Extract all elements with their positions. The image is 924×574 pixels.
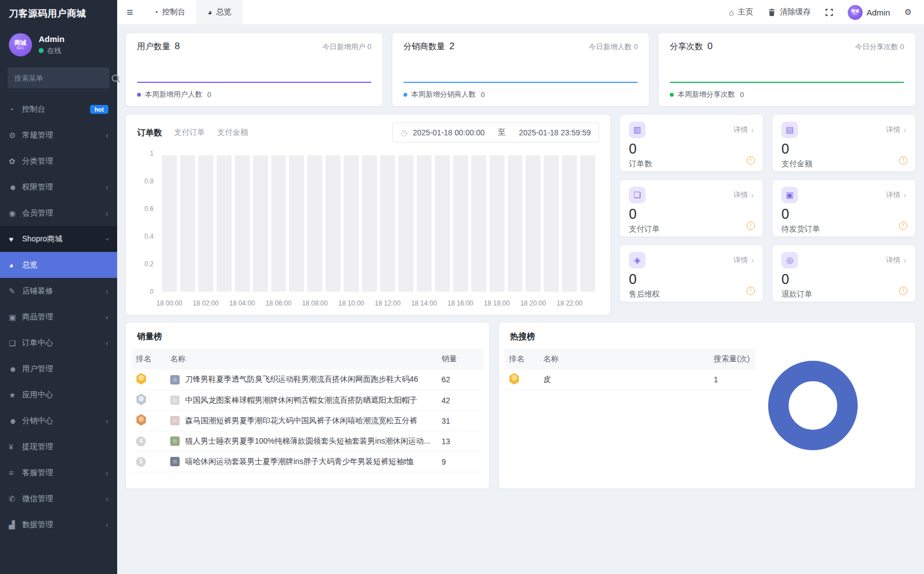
tab-总览[interactable]: ◕总览 (196, 0, 242, 24)
sidebar-item-提现管理[interactable]: ¥提现管理 (0, 434, 117, 460)
sidebar-item-用户管理[interactable]: ☻用户管理 (0, 356, 117, 382)
info-icon[interactable]: ! (747, 156, 755, 165)
chart-tab-支付订单[interactable]: 支付订单 (174, 128, 205, 138)
sidebar-item-商品管理[interactable]: ▣商品管理‹ (0, 304, 117, 330)
detail-link[interactable]: 详情› (733, 255, 754, 265)
value-cell: 1 (709, 370, 755, 390)
chart-icon: ▟ (9, 520, 22, 529)
table-row[interactable]: 皮1 (505, 370, 756, 390)
date-separator: 至 (490, 128, 513, 138)
mini-card-top: ▥详情› (629, 122, 754, 138)
sidebar-item-label: 权限管理 (22, 182, 106, 192)
sidebar-item-订单中心[interactable]: ❏订单中心‹ (0, 330, 117, 356)
y-tick-label: 0.6 (144, 205, 154, 213)
shop-icon: ♥ (9, 235, 22, 244)
sidebar-item-店铺装修[interactable]: ✎店铺装修‹ (0, 278, 117, 304)
star-icon: ★ (9, 391, 22, 399)
admin-name: Admin (867, 8, 890, 17)
sidebar-item-客服管理[interactable]: ≡客服管理‹ (0, 460, 117, 486)
table-row[interactable]: 刀锋男鞋夏季透气防臭飞织运动鞋男潮流百搭休闲网面跑步鞋大码4662 (132, 370, 484, 390)
chevron-down-icon: ‹ (103, 238, 112, 240)
account-menu[interactable]: 商城 B2C Admin (848, 5, 890, 20)
sidebar-item-权限管理[interactable]: ☻权限管理‹ (0, 174, 117, 200)
hot-badge: hot (90, 105, 108, 114)
trash-icon (768, 8, 776, 17)
search-input[interactable] (14, 74, 112, 82)
bottom-row: 销量榜 排名名称销量刀锋男鞋夏季透气防臭飞织运动鞋男潮流百搭休闲网面跑步鞋大码4… (126, 323, 915, 488)
sidebar-item-常规管理[interactable]: ⚙常规管理‹ (0, 122, 117, 148)
sidebar-item-微信管理[interactable]: ✆微信管理‹ (0, 486, 117, 512)
table-row[interactable]: 森马国潮短裤男夏季潮印花大码中国风裤子休闲嘻哈潮流宽松五分裤31 (132, 410, 484, 431)
refund-icon: ◎ (781, 252, 798, 268)
hot-search-title: 热搜榜 (505, 330, 910, 349)
sidebar-search (8, 67, 109, 88)
mini-card-支付金额: ▤详情›0支付金额! (773, 115, 915, 171)
orders-chart-card: 订单数支付订单支付金额 ◷ 2025-01-18 00:00:00 至 2025… (126, 115, 610, 315)
chevron-left-icon: ‹ (106, 520, 108, 529)
table-row[interactable]: 4猫人男士睡衣男夏季100%纯棉薄款圆领套头短袖套装男ins潮休闲运动...13 (132, 431, 484, 451)
main-area: ≡ ◔控制台◕总览 ⌂ 主页 清除缓存 商城 B2C (117, 0, 924, 574)
detail-link[interactable]: 详情› (733, 190, 754, 200)
mini-card-label: 退款订单 (781, 289, 906, 299)
fullscreen-button[interactable] (825, 8, 833, 17)
sidebar-item-分销中心[interactable]: ☻分销中心‹ (0, 408, 117, 434)
sidebar-item-Shopro商城[interactable]: ♥Shopro商城‹ (0, 226, 117, 252)
sidebar-user-block[interactable]: 商城 B2C Admin 在线 (0, 27, 117, 62)
date-start-value[interactable]: 2025-01-18 00:00:00 (413, 128, 485, 137)
info-icon[interactable]: ! (747, 222, 755, 230)
info-icon[interactable]: ! (899, 156, 907, 165)
info-icon[interactable]: ! (747, 287, 755, 295)
sidebar-item-控制台[interactable]: ◔控制台hot (0, 96, 117, 122)
sidebar-item-总览[interactable]: ◕总览 (0, 252, 117, 278)
legend-dot-icon (403, 93, 407, 97)
sidebar-item-会员管理[interactable]: ◉会员管理‹ (0, 200, 117, 226)
mini-card-售后维权: ◈详情›0售后维权! (620, 245, 763, 302)
mini-card-top: ▤详情› (781, 122, 906, 138)
table-row[interactable]: 中国风龙图案棒球帽男潮牌休闲鸭舌帽女潮流百搭防晒遮阳太阳帽子42 (132, 390, 484, 410)
sidebar-item-分类管理[interactable]: ✿分类管理 (0, 148, 117, 174)
chart-tab-支付金额[interactable]: 支付金额 (217, 128, 248, 138)
user-circle-icon: ◉ (9, 209, 22, 218)
table-row[interactable]: 5嘻哈休闲运动套装男士夏季潮牌ins胖子大码青少年男装短裤短袖t恤9 (132, 451, 484, 472)
clock-icon: ◷ (401, 128, 407, 137)
date-range-picker[interactable]: ◷ 2025-01-18 00:00:00 至 2025-01-18 23:59… (392, 123, 599, 143)
x-tick-label: 18 14:00 (411, 299, 437, 307)
settings-button[interactable]: ⚙ (905, 7, 912, 17)
package-icon: ▣ (781, 187, 798, 203)
mini-card-top: ◈详情› (629, 252, 754, 268)
detail-link[interactable]: 详情› (886, 125, 906, 135)
info-icon[interactable]: ! (899, 222, 907, 230)
home-button[interactable]: ⌂ 主页 (729, 7, 753, 17)
bar-18 02:00 (198, 155, 213, 292)
column-header: 搜索量(次) (709, 349, 755, 370)
date-end-value[interactable]: 2025-01-18 23:59:59 (519, 128, 591, 137)
sidebar-item-应用中心[interactable]: ★应用中心 (0, 382, 117, 408)
chart-tab-订单数[interactable]: 订单数 (137, 128, 162, 138)
clear-cache-button[interactable]: 清除缓存 (768, 7, 811, 17)
menu-toggle-icon[interactable]: ≡ (117, 0, 143, 24)
tab-控制台[interactable]: ◔控制台 (143, 0, 196, 24)
mini-card-value: 0 (781, 142, 906, 156)
product-name: 刀锋男鞋夏季透气防臭飞织运动鞋男潮流百搭休闲网面跑步鞋大码46 (185, 375, 418, 385)
stat-title: 用户数量 (137, 41, 170, 52)
detail-link[interactable]: 详情› (886, 190, 906, 200)
stat-value: 8 (175, 41, 180, 52)
chevron-left-icon: ‹ (106, 468, 108, 477)
detail-link[interactable]: 详情› (886, 255, 906, 265)
list-icon: ≡ (9, 468, 22, 477)
detail-link[interactable]: 详情› (733, 125, 754, 135)
pie-icon: ◕ (9, 261, 22, 270)
stat-week: 本周新增分享次数0 (670, 89, 904, 99)
yen-icon: ¥ (9, 443, 22, 451)
bar-18 06:00 (271, 155, 286, 292)
sidebar: 刀客源码用户商城 商城 B2C Admin 在线 ◔控制台hot⚙常规管理‹✿分… (0, 0, 117, 574)
info-icon[interactable]: ! (899, 287, 907, 295)
orders-bar-chart: 10.80.60.40.20 18 00:0018 02:0018 04:001… (140, 154, 599, 307)
online-dot-icon (39, 48, 44, 53)
search-icon[interactable] (112, 75, 119, 82)
product-name-cell: 中国风龙图案棒球帽男潮牌休闲鸭舌帽女潮流百搭防晒遮阳太阳帽子 (170, 396, 433, 406)
sidebar-item-label: 订单中心 (22, 338, 106, 348)
mini-card-value: 0 (629, 142, 754, 156)
sidebar-item-数据管理[interactable]: ▟数据管理‹ (0, 512, 117, 538)
avatar: 商城 B2C (9, 33, 32, 56)
